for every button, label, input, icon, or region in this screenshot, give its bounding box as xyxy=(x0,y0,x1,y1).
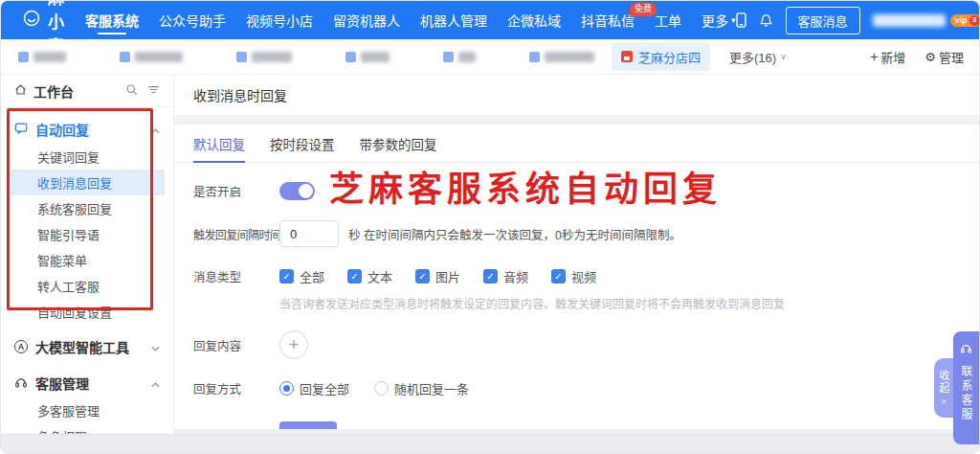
sidebar-item-message-received-reply[interactable]: 收到消息回复 xyxy=(10,170,165,195)
menu-filter-icon[interactable] xyxy=(147,82,160,100)
nav-video-channel-shop[interactable]: 视频号小店 xyxy=(246,1,313,39)
active-shop-tab[interactable]: 芝麻分店四 xyxy=(612,43,710,71)
checkbox-audio[interactable]: 音频 xyxy=(483,267,528,285)
storefront-icon xyxy=(621,51,633,62)
sidebar-item-system-kefu-reply[interactable]: 系统客服回复 xyxy=(10,195,165,221)
body: 工作台 自动回复 关键词回复 xyxy=(1,75,979,434)
checkbox-checked-icon xyxy=(551,269,566,284)
blurred-shop-tab[interactable] xyxy=(443,52,476,62)
vip-badge: vip 3 xyxy=(950,14,980,27)
nav-more-menu[interactable]: 更多 ▾ xyxy=(702,1,736,39)
workbench-label: 工作台 xyxy=(33,81,74,101)
sidebar-item-transfer-human[interactable]: 转人工客服 xyxy=(10,273,165,299)
sidebar-group-auto-reply[interactable]: 自动回复 xyxy=(1,115,173,144)
enable-label: 是否开启 xyxy=(193,182,279,200)
sidebar-group-llm-tools[interactable]: A 大模型智能工具 xyxy=(1,332,173,361)
sidebar-item-keyword-reply[interactable]: 关键词回复 xyxy=(10,144,165,170)
add-reply-content-button[interactable]: + xyxy=(279,330,308,359)
checkbox-checked-icon xyxy=(347,269,362,284)
double-chevron-right-icon: » xyxy=(941,397,946,406)
sidebar-item-smart-guide[interactable]: 智能引导语 xyxy=(10,221,165,247)
shop-icon xyxy=(443,52,454,62)
circled-a-icon: A xyxy=(14,340,28,353)
chevron-up-icon xyxy=(151,375,160,391)
sidebar-item-smart-menu[interactable]: 智能菜单 xyxy=(10,247,165,273)
message-type-row: 消息类型 全部 文本 图片 音频 视频 xyxy=(193,267,960,285)
gear-icon: ⚙ xyxy=(924,50,936,64)
checkbox-checked-icon xyxy=(279,269,294,284)
checkbox-video[interactable]: 视频 xyxy=(551,267,596,285)
chevron-down-icon: ∨ xyxy=(780,52,787,61)
notification-bell-icon[interactable] xyxy=(759,13,773,28)
checkbox-checked-icon xyxy=(483,269,498,284)
free-badge: 免费 xyxy=(630,3,657,16)
reply-content-row: 回复内容 + xyxy=(193,330,960,359)
card-tabs: 默认回复 按时段设置 带参数的回复 xyxy=(174,125,979,163)
headset-icon xyxy=(14,375,28,392)
nav-work-order[interactable]: 工单 xyxy=(655,1,681,39)
floating-contact-widget: 收起 » 联系客服 xyxy=(934,331,979,444)
topnav-right: 客服消息 vip 3 ▾ xyxy=(736,7,980,34)
nav-bot-manage[interactable]: 机器人管理 xyxy=(420,1,487,39)
reply-content-label: 回复内容 xyxy=(193,336,279,354)
message-type-label: 消息类型 xyxy=(193,267,279,285)
save-button[interactable]: 保存 xyxy=(279,421,337,429)
nav-kefu-system[interactable]: 客服系统 xyxy=(85,1,139,39)
sidebar-item-auto-reply-settings[interactable]: 自动回复设置 xyxy=(10,299,165,325)
chevron-down-icon: ▾ xyxy=(731,15,736,25)
blurred-shop-tab[interactable] xyxy=(345,52,390,62)
checkbox-all[interactable]: 全部 xyxy=(279,267,324,285)
settings-form: 是否开启 触发回复间隔时间 秒 在时间间隔内只会触发一次该回复，0秒为无时间间隔… xyxy=(174,163,979,429)
manage-shops-button[interactable]: ⚙ 管理 xyxy=(924,48,964,66)
interval-label: 触发回复间隔时间 xyxy=(193,226,279,242)
sidebar-header: 工作台 xyxy=(1,75,173,107)
interval-row: 触发回复间隔时间 秒 在时间间隔内只会触发一次该回复，0秒为无时间间隔限制。 xyxy=(193,220,960,247)
kefu-message-button[interactable]: 客服消息 xyxy=(786,7,860,34)
interval-input[interactable] xyxy=(279,220,339,247)
more-shops-dropdown[interactable]: 更多(16) ∨ xyxy=(729,48,787,66)
blurred-shop-tab[interactable] xyxy=(529,52,594,62)
shop-icon xyxy=(236,52,247,62)
headset-icon xyxy=(960,341,972,358)
blurred-shop-tab[interactable] xyxy=(236,52,292,62)
contact-kefu-button[interactable]: 联系客服 xyxy=(953,331,979,444)
checkbox-image[interactable]: 图片 xyxy=(415,267,460,285)
collapse-widget-button[interactable]: 收起 » xyxy=(934,358,953,418)
interval-hint: 秒 在时间间隔内只会触发一次该回复，0秒为无时间间隔限制。 xyxy=(348,225,681,243)
shop-icon xyxy=(345,52,356,62)
mobile-app-icon[interactable] xyxy=(736,12,746,28)
reply-mode-label: 回复方式 xyxy=(193,379,279,397)
nav-douyin-dm[interactable]: 抖音私信 免费 xyxy=(581,1,635,39)
sidebar-group-kefu-manage[interactable]: 客服管理 xyxy=(1,369,173,397)
shop-tab-bar: 芝麻分店四 更多(16) ∨ + 新增 ⚙ 管理 xyxy=(1,39,979,75)
checkbox-text[interactable]: 文本 xyxy=(347,267,392,285)
search-icon[interactable] xyxy=(125,82,138,100)
nav-official-account-helper[interactable]: 公众号助手 xyxy=(159,1,226,39)
plus-icon: + xyxy=(870,49,878,64)
enable-toggle[interactable] xyxy=(279,182,315,200)
blurred-shop-tabs xyxy=(18,52,594,62)
radio-reply-all[interactable]: 回复全部 xyxy=(279,379,349,397)
blurred-shop-tab[interactable] xyxy=(18,52,66,62)
shop-icon xyxy=(529,52,540,62)
tab-parameterized-reply[interactable]: 带参数的回复 xyxy=(360,125,437,162)
blurred-shop-tab[interactable] xyxy=(120,52,183,62)
primary-nav: 客服系统 公众号助手 视频号小店 留资机器人 机器人管理 企微私域 抖音私信 免… xyxy=(85,1,736,39)
settings-card: 默认回复 按时段设置 带参数的回复 是否开启 触发回复间隔时间 秒 在时间间隔内… xyxy=(174,125,979,429)
footer-strip xyxy=(1,434,979,453)
reply-mode-radios: 回复全部 随机回复一条 xyxy=(279,379,469,397)
nav-lead-bot[interactable]: 留资机器人 xyxy=(333,1,400,39)
tab-default-reply[interactable]: 默认回复 xyxy=(193,125,245,162)
tab-time-period-settings[interactable]: 按时段设置 xyxy=(270,125,335,162)
add-shop-button[interactable]: + 新增 xyxy=(870,48,905,66)
shop-icon xyxy=(18,52,29,62)
vip-level-badge: 3 xyxy=(969,15,980,26)
sidebar-item-multi-kefu-manage[interactable]: 多客服管理 xyxy=(10,397,165,423)
smiley-headset-icon xyxy=(22,9,41,33)
message-type-checkboxes: 全部 文本 图片 音频 视频 xyxy=(279,267,596,285)
radio-random-one[interactable]: 随机回复一条 xyxy=(374,379,469,397)
checkbox-checked-icon xyxy=(415,269,430,284)
user-account-menu[interactable]: vip 3 ▾ xyxy=(873,14,980,27)
nav-qiwei-private[interactable]: 企微私域 xyxy=(507,1,561,39)
chevron-up-icon xyxy=(151,122,160,137)
